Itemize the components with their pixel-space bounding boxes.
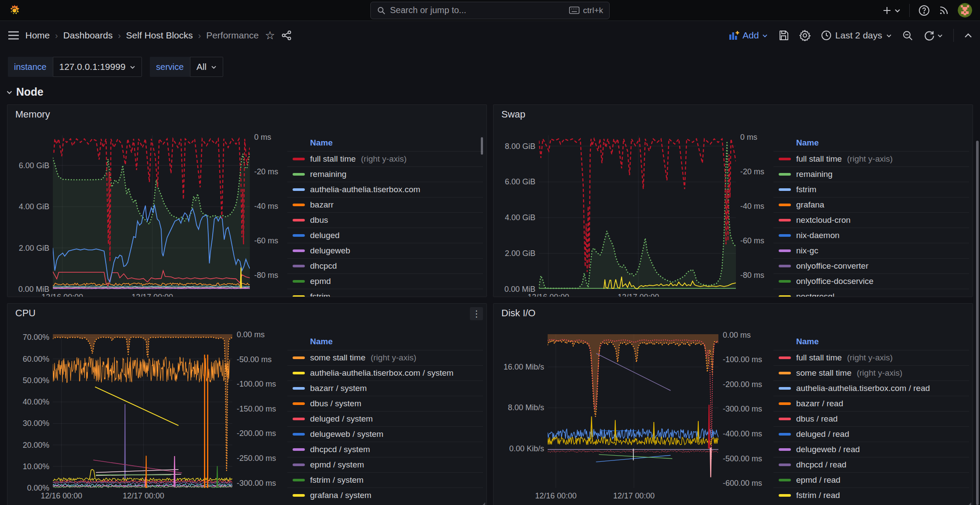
legend-series-color [293, 402, 305, 405]
legend-row[interactable]: dhcpcd / system [287, 442, 483, 457]
search-icon [377, 6, 386, 15]
breadcrumb-home[interactable]: Home [25, 30, 50, 41]
zoom-out-icon[interactable] [902, 30, 913, 41]
legend-row[interactable]: some stall time (right y-axis) [287, 350, 483, 365]
panel-resize-handle[interactable] [967, 502, 971, 505]
chevron-down-icon [130, 65, 135, 69]
legend-row[interactable]: authelia-authelia.tiserbox.com / system [287, 365, 483, 380]
legend-row[interactable]: epmd [287, 273, 483, 289]
legend-row[interactable]: nix-daemon [773, 228, 969, 243]
legend-row[interactable]: onlyoffice-converter [773, 258, 969, 273]
panel-menu-kebab-icon[interactable]: ⋮ [470, 307, 483, 320]
panel-resize-handle[interactable] [481, 502, 485, 505]
legend-row[interactable]: grafana / system [287, 488, 483, 500]
legend-row[interactable]: epmd / read [773, 472, 969, 488]
legend-row[interactable]: full stall time (right y-axis) [773, 151, 969, 166]
legend-row[interactable]: dbus / system [287, 396, 483, 411]
legend-row[interactable]: postgresql [773, 289, 969, 297]
panel-grid: Memory0.00 MiB2.00 GiB4.00 GiB6.00 GiB12… [7, 104, 973, 505]
favorite-star-icon[interactable]: ☆ [265, 30, 275, 41]
variable-instance-select[interactable]: 127.0.0.1:19999 [53, 57, 142, 77]
breadcrumb-folder[interactable]: Self Host Blocks [126, 30, 193, 41]
legend-row[interactable]: grafana [773, 197, 969, 212]
legend-series-suffix: (right y-axis) [847, 353, 893, 363]
legend-row[interactable]: nextcloud-cron [773, 212, 969, 228]
legend-series-color [293, 234, 305, 237]
legend-row[interactable]: fstrim [287, 289, 483, 297]
chart-plot-area[interactable]: 12/16 00:0012/17 00:00 [53, 135, 250, 297]
panel-title[interactable]: Swap [501, 109, 525, 120]
legend-row[interactable]: bazarr / read [773, 396, 969, 411]
legend-series-label: delugeweb / system [310, 429, 383, 439]
chart-plot-area[interactable]: 12/16 00:0012/17 00:00 [53, 334, 232, 500]
legend-row[interactable]: fstrim / read [773, 488, 969, 500]
legend-row[interactable]: fstrim [773, 182, 969, 197]
legend-row[interactable]: dhcpcd [287, 258, 483, 273]
page-scrollbar[interactable] [976, 141, 979, 505]
row-node-toggle[interactable]: Node [0, 77, 980, 104]
panel-title[interactable]: Disk I/O [501, 308, 535, 319]
legend-row[interactable]: dbus / read [773, 411, 969, 426]
legend-row[interactable]: some stall time (right y-axis) [773, 365, 969, 380]
share-icon[interactable] [281, 30, 292, 41]
help-button[interactable] [918, 5, 930, 16]
settings-gear-icon[interactable] [799, 30, 811, 41]
axis-tick-label: 0 ms [254, 133, 271, 142]
legend-row[interactable]: bazarr [287, 197, 483, 212]
save-icon[interactable] [778, 30, 789, 41]
news-button[interactable] [939, 5, 949, 16]
legend-series-color [293, 463, 305, 466]
legend-header-name[interactable]: Name [287, 334, 483, 350]
legend-row[interactable]: deluged / system [287, 411, 483, 426]
legend-row[interactable]: dbus [287, 212, 483, 228]
chart-plot-area[interactable]: 12/16 00:0012/17 00:00 [548, 334, 718, 500]
legend-header-name[interactable]: Name [287, 135, 483, 151]
legend-series-color [293, 418, 305, 420]
legend-row[interactable]: deluged / read [773, 426, 969, 442]
grafana-logo-icon[interactable] [8, 4, 21, 17]
legend-series-label: remaining [796, 169, 832, 179]
legend-series-label: fstrim [310, 292, 330, 297]
refresh-button[interactable] [924, 30, 943, 41]
legend-row[interactable]: authelia-authelia.tiserbox.com [287, 182, 483, 197]
legend-row[interactable]: onlyoffice-docservice [773, 273, 969, 289]
panel-title[interactable]: Memory [15, 109, 50, 120]
legend-header-name[interactable]: Name [773, 334, 969, 350]
legend-row[interactable]: deluged [287, 228, 483, 243]
legend-series-label: authelia-authelia.tiserbox.com / read [796, 384, 930, 393]
breadcrumb-dashboards[interactable]: Dashboards [63, 30, 113, 41]
collapse-toolbar-icon[interactable] [964, 33, 972, 38]
avatar[interactable] [958, 3, 972, 17]
legend-row[interactable]: remaining [287, 166, 483, 182]
mega-menu-icon[interactable] [8, 31, 19, 40]
search-input[interactable]: Search or jump to... ctrl+k [370, 2, 610, 19]
variable-service-select[interactable]: All [190, 57, 223, 77]
legend-row[interactable]: fstrim / system [287, 472, 483, 488]
legend-row[interactable]: epmd / system [287, 457, 483, 472]
legend-series-label: deluged / system [310, 414, 373, 424]
legend-header-name[interactable]: Name [773, 135, 969, 151]
legend-row[interactable]: remaining [773, 166, 969, 182]
legend-row[interactable]: full stall time (right y-axis) [773, 350, 969, 365]
legend-row[interactable]: bazarr / system [287, 380, 483, 396]
legend-series-suffix: (right y-axis) [361, 154, 407, 164]
time-range-picker[interactable]: Last 2 days [821, 30, 892, 41]
legend-row[interactable]: authelia-authelia.tiserbox.com / read [773, 380, 969, 396]
legend-row[interactable]: delugeweb [287, 243, 483, 258]
axis-tick-label: 16.00 Mib/s [504, 363, 544, 372]
legend-series-suffix: (right y-axis) [847, 154, 893, 164]
axis-tick-label: -80 ms [254, 271, 278, 280]
legend-series-label: some stall time [310, 353, 366, 363]
legend-row[interactable]: nix-gc [773, 243, 969, 258]
legend-scrollbar[interactable] [481, 137, 483, 155]
panel-title[interactable]: CPU [15, 308, 35, 319]
legend-row[interactable]: delugeweb / read [773, 442, 969, 457]
refresh-icon [924, 30, 935, 41]
add-panel-button[interactable]: Add [729, 30, 767, 41]
chart-plot-area[interactable]: 12/16 00:0012/17 00:00 [539, 135, 736, 297]
legend-row[interactable]: dhcpcd / read [773, 457, 969, 472]
new-menu-button[interactable] [882, 6, 901, 15]
legend-row[interactable]: delugeweb / system [287, 426, 483, 442]
legend-series-color [779, 433, 791, 436]
legend-row[interactable]: full stall time (right y-axis) [287, 151, 483, 166]
